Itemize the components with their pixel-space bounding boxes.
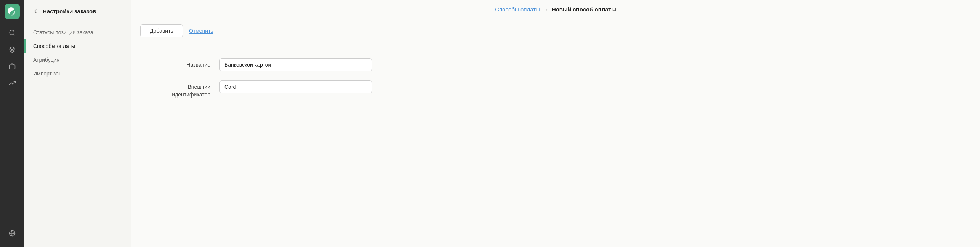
sidebar-item-attribution[interactable]: Атрибуция	[24, 53, 131, 67]
add-button[interactable]: Добавить	[140, 24, 183, 37]
briefcase-icon[interactable]	[5, 59, 20, 74]
name-input[interactable]	[219, 58, 372, 71]
app-logo[interactable]	[5, 4, 20, 19]
globe-icon[interactable]	[5, 226, 20, 241]
sidebar-item-statuses[interactable]: Статусы позиции заказа	[24, 26, 131, 39]
layers-icon[interactable]	[5, 42, 20, 57]
form-area: Название Внешний идентификатор	[131, 43, 980, 247]
breadcrumb-link[interactable]: Способы оплаты	[495, 6, 540, 13]
sidebar-item-import[interactable]: Импорт зон	[24, 67, 131, 80]
action-bar: Добавить Отменить	[131, 19, 980, 43]
svg-marker-2	[10, 47, 15, 50]
sidebar: Настройки заказов Статусы позиции заказа…	[24, 0, 131, 247]
sidebar-header: Настройки заказов	[24, 0, 131, 21]
svg-line-1	[13, 34, 14, 35]
breadcrumb-arrow: →	[543, 6, 549, 13]
name-label: Название	[149, 58, 210, 69]
icon-bar	[0, 0, 24, 247]
svg-rect-3	[10, 65, 15, 69]
back-button[interactable]	[32, 8, 39, 14]
cancel-button[interactable]: Отменить	[189, 28, 213, 34]
breadcrumb-current: Новый способ оплаты	[552, 6, 616, 13]
sidebar-item-payment[interactable]: Способы оплаты	[24, 39, 131, 53]
form-row-name: Название	[149, 58, 962, 71]
svg-point-0	[10, 30, 14, 35]
id-label: Внешний идентификатор	[149, 80, 210, 98]
external-id-input[interactable]	[219, 80, 372, 93]
breadcrumb-bar: Способы оплаты → Новый способ оплаты	[131, 0, 980, 19]
form-row-id: Внешний идентификатор	[149, 80, 962, 98]
sidebar-title: Настройки заказов	[43, 8, 96, 14]
search-icon[interactable]	[5, 25, 20, 40]
sidebar-nav: Статусы позиции заказа Способы оплаты Ат…	[24, 21, 131, 85]
analytics-icon[interactable]	[5, 75, 20, 91]
main-content: Способы оплаты → Новый способ оплаты Доб…	[131, 0, 980, 247]
